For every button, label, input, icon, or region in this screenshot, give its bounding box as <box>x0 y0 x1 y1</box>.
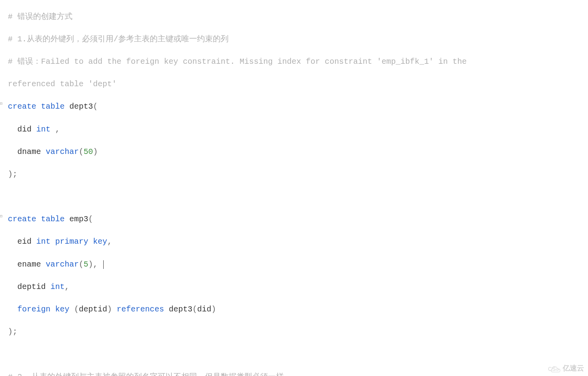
code-line: ename varchar(5), <box>3 259 588 270</box>
code-line: # 1.从表的外键列，必须引用/参考主表的主键或唯一约束的列 <box>3 34 588 45</box>
punct: , <box>50 125 60 134</box>
identifier: ename <box>17 260 41 269</box>
identifier: dept3 <box>69 102 93 111</box>
code-line: ); <box>3 326 588 338</box>
code-line: # 2. 从表的外键列与主表被参照的列名字可以不相同，但是数据类型必须一样 <box>3 372 588 376</box>
keyword: key <box>55 305 69 314</box>
number: 5 <box>84 260 88 269</box>
code-line: ⊟ create table dept3( <box>3 101 588 113</box>
brand-watermark: 亿速云 <box>550 363 584 374</box>
punct: ( <box>93 102 98 111</box>
code-line: # 错误：Failed to add the foreign key const… <box>3 56 588 68</box>
keyword: primary <box>55 237 88 246</box>
keyword: foreign <box>17 305 50 314</box>
cloud-icon <box>550 365 561 372</box>
comment-text: # 错误：Failed to add the foreign key const… <box>3 57 471 66</box>
type: varchar <box>46 260 79 269</box>
code-line: foreign key (deptid) references dept3(di… <box>3 304 588 315</box>
identifier: emp3 <box>69 215 88 224</box>
comment-text: # 2. 从表的外键列与主表被参照的列名字可以不相同，但是数据类型必须一样 <box>3 372 284 376</box>
comment-text: # 1.从表的外键列，必须引用/参考主表的主键或唯一约束的列 <box>3 35 229 44</box>
keyword: table <box>41 102 65 111</box>
identifier: deptid <box>17 282 46 291</box>
code-line <box>3 349 588 360</box>
code-line: # 错误的创建方式 <box>3 11 588 23</box>
identifier: dname <box>17 147 41 156</box>
comment-text: referenced table 'dept' <box>3 80 117 89</box>
code-editor[interactable]: # 错误的创建方式 # 1.从表的外键列，必须引用/参考主表的主键或唯一约束的列… <box>0 0 588 376</box>
brand-watermark-text: 亿速云 <box>563 363 584 374</box>
type: int <box>36 237 50 246</box>
keyword: key <box>93 237 107 246</box>
comment-text: # 错误的创建方式 <box>3 12 73 21</box>
keyword: create <box>8 215 36 224</box>
fold-marker-icon[interactable]: ⊟ <box>0 101 3 107</box>
keyword: references <box>117 305 164 314</box>
code-line: referenced table 'dept' <box>3 79 588 90</box>
code-line: deptid int, <box>3 282 588 293</box>
type: int <box>36 125 50 134</box>
keyword: create <box>8 102 36 111</box>
svg-point-0 <box>556 369 558 370</box>
code-line: ); <box>3 169 588 180</box>
identifier: eid <box>17 237 32 246</box>
text-cursor <box>103 260 104 269</box>
code-line: dname varchar(50) <box>3 146 588 158</box>
code-line: did int , <box>3 124 588 135</box>
keyword: table <box>41 215 65 224</box>
code-line: eid int primary key, <box>3 236 588 248</box>
number: 50 <box>84 147 93 156</box>
punct: ); <box>3 170 17 179</box>
type: int <box>50 282 65 291</box>
code-line: ⊟ create table emp3( <box>3 214 588 225</box>
identifier: did <box>17 125 32 134</box>
code-line <box>3 191 588 203</box>
type: varchar <box>46 147 79 156</box>
fold-marker-icon[interactable]: ⊟ <box>0 214 3 219</box>
